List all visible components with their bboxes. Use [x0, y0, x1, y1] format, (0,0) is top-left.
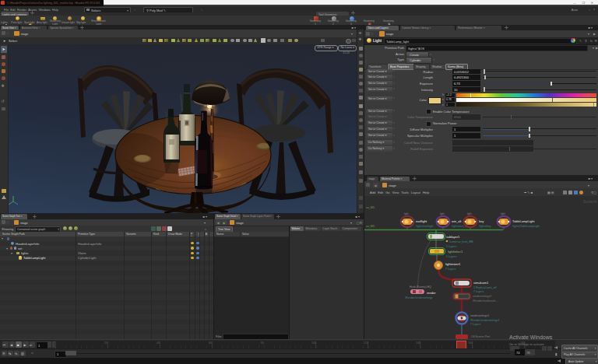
svg-text:sublayer1: sublayer1: [446, 235, 460, 239]
svg-text:light: light: [501, 212, 505, 215]
svg-text:/Render/rendersettings: /Render/rendersettings: [405, 296, 433, 299]
svg-text:ao_MD: ao_MD: [366, 206, 375, 209]
svg-text:2 ReplicaCams_off: 2 ReplicaCams_off: [473, 286, 497, 289]
svg-text:/Render/rendersett...: /Render/rendersett...: [473, 299, 498, 303]
svg-text:5 Layers: 5 Layers: [446, 245, 457, 248]
svg-text:ao_MD: ao_MD: [366, 225, 375, 228]
svg-text:lightmixer1: lightmixer1: [445, 262, 461, 266]
svg-text:7 Layers: 7 Layers: [445, 268, 456, 271]
svg-text:TableLampLight: TableLampLight: [512, 219, 535, 223]
svg-text:7 Layers: 7 Layers: [470, 323, 481, 326]
svg-text:simulcam1: simulcam1: [473, 281, 489, 285]
svg-text:/lights/key: /lights/key: [479, 225, 491, 228]
svg-text:7 Layers: 7 Layers: [473, 290, 484, 293]
svg-text:/lights/TableLampLight: /lights/TableLampLight: [512, 225, 540, 228]
svg-text:lightlinker1: lightlinker1: [448, 250, 463, 254]
svg-text:Husk (Karma) HQ: Husk (Karma) HQ: [410, 285, 431, 289]
svg-text:light: light: [440, 212, 445, 215]
svg-text:render: render: [427, 291, 436, 295]
svg-text:rendersettings2: rendersettings2: [473, 295, 491, 298]
svg-text:key: key: [479, 219, 484, 223]
svg-text:/lights/rooflight: /lights/rooflight: [416, 225, 434, 228]
svg-text:/Render/rendersettings1: /Render/rendersettings1: [470, 319, 500, 322]
svg-text:rooflight: rooflight: [416, 219, 427, 223]
svg-text:5 Layers: 5 Layers: [446, 255, 457, 258]
svg-text:rendersettings1: rendersettings1: [470, 314, 489, 317]
svg-text:win_alt: win_alt: [452, 219, 462, 223]
svg-text:Solaris: Solaris: [583, 199, 597, 204]
svg-text:Off Screen Port: Off Screen Port: [471, 335, 490, 338]
svg-text:/cameras_from_MB: /cameras_from_MB: [449, 240, 473, 243]
svg-text:light: light: [467, 212, 472, 215]
svg-text:light: light: [404, 212, 409, 215]
